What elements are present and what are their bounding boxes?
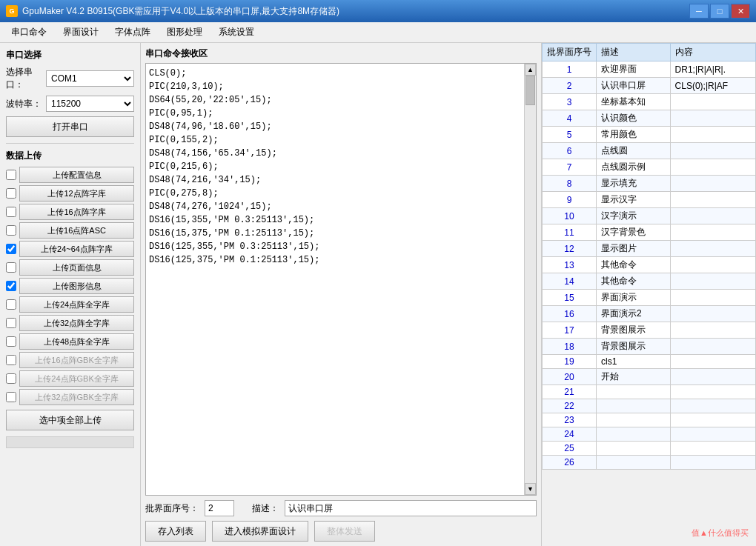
upload-checkbox-7[interactable] <box>6 299 16 310</box>
table-row[interactable]: 18背景图展示 <box>543 339 756 355</box>
table-row[interactable]: 22 <box>543 399 756 413</box>
close-button[interactable]: ✕ <box>731 4 750 19</box>
desc-input[interactable] <box>285 500 537 516</box>
table-row[interactable]: 16界面演示2 <box>543 306 756 322</box>
table-row[interactable]: 21 <box>543 385 756 399</box>
maximize-button[interactable]: □ <box>710 4 729 19</box>
table-row[interactable]: 8显示填充 <box>543 176 756 192</box>
upload-btn-2[interactable]: 上传16点阵字库 <box>19 204 134 220</box>
upload-btn-4[interactable]: 上传24~64点阵字库 <box>19 241 134 257</box>
menu-serial-command[interactable]: 串口命令 <box>3 24 55 41</box>
row-desc: 显示填充 <box>597 176 671 192</box>
table-row[interactable]: 13其他命令 <box>543 257 756 273</box>
port-select[interactable]: COM1 COM2 COM3 <box>46 70 134 87</box>
scrollbar-track <box>525 76 536 483</box>
row-content <box>670 241 755 257</box>
upload-item-7: 上传24点阵全字库 <box>6 296 134 313</box>
command-line-7: DS48(74,156,'65.34',15); <box>149 147 521 160</box>
table-row[interactable]: 12显示图片 <box>543 241 756 257</box>
row-content: DR1;|R|A|R|. <box>670 61 755 78</box>
upload-checkbox-1[interactable] <box>6 188 16 199</box>
upload-checkbox-3[interactable] <box>6 225 16 236</box>
app-icon: G <box>6 5 18 17</box>
table-row[interactable]: 9显示汉字 <box>543 192 756 208</box>
table-row[interactable]: 5常用颜色 <box>543 127 756 143</box>
menu-ui-design[interactable]: 界面设计 <box>55 24 107 41</box>
table-row[interactable]: 26 <box>543 456 756 470</box>
simulate-design-button[interactable]: 进入模拟界面设计 <box>212 521 308 542</box>
upload-checkbox-4[interactable] <box>6 244 16 254</box>
open-port-button[interactable]: 打开串口 <box>6 116 134 137</box>
baud-select[interactable]: 9600 19200 38400 57600 115200 <box>46 96 134 112</box>
center-panel: 串口命令接收区 CLS(0); PIC(210,3,10); DS64(55,2… <box>141 43 541 546</box>
scrollbar-down-button[interactable]: ▼ <box>525 483 536 495</box>
row-num: 23 <box>543 413 597 427</box>
upload-item-6: 上传图形信息 <box>6 278 134 294</box>
row-content <box>670 339 755 355</box>
table-row[interactable]: 1欢迎界面DR1;|R|A|R|. <box>543 61 756 78</box>
title-bar-left: G GpuMaker V4.2 B0915(GBK需应用于V4.0以上版本的串口… <box>6 5 339 18</box>
table-row[interactable]: 15界面演示 <box>543 290 756 306</box>
upload-btn-3[interactable]: 上传16点阵ASC <box>19 222 134 239</box>
table-row[interactable]: 14其他命令 <box>543 273 756 290</box>
table-row[interactable]: 20开始 <box>543 369 756 385</box>
page-num-input[interactable] <box>205 500 234 516</box>
upload-checkbox-8[interactable] <box>6 318 16 328</box>
port-label: 选择串口： <box>6 66 43 91</box>
upload-btn-8[interactable]: 上传32点阵全字库 <box>19 315 134 331</box>
upload-checkbox-6[interactable] <box>6 281 16 291</box>
table-row[interactable]: 11汉字背景色 <box>543 224 756 241</box>
row-num: 12 <box>543 241 597 257</box>
upload-btn-1[interactable]: 上传12点阵字库 <box>19 185 134 202</box>
row-content <box>670 306 755 322</box>
upload-btn-6[interactable]: 上传图形信息 <box>19 278 134 294</box>
minimize-button[interactable]: ─ <box>689 4 709 19</box>
table-row[interactable]: 24 <box>543 427 756 442</box>
title-bar-buttons: ─ □ ✕ <box>689 4 750 19</box>
row-desc: 认识颜色 <box>597 110 671 127</box>
menu-system-settings[interactable]: 系统设置 <box>210 24 262 41</box>
upload-btn-9[interactable]: 上传48点阵全字库 <box>19 333 134 350</box>
row-num: 4 <box>543 110 597 127</box>
upload-btn-5[interactable]: 上传页面信息 <box>19 259 134 276</box>
upload-checkbox-9[interactable] <box>6 336 16 347</box>
scrollbar-thumb[interactable] <box>525 76 535 105</box>
save-to-list-button[interactable]: 存入列表 <box>145 521 206 542</box>
row-num: 15 <box>543 290 597 306</box>
upload-btn-10: 上传16点阵GBK全字库 <box>19 352 134 368</box>
command-line-13: DS16(15,375,'PM 0.1:25113',15); <box>149 227 521 240</box>
bottom-actions: 存入列表 进入模拟界面设计 整体发送 <box>145 521 537 542</box>
table-row[interactable]: 6点线圆 <box>543 143 756 159</box>
table-row[interactable]: 25 <box>543 442 756 456</box>
upload-item-12: 上传32点阵GBK全字库 <box>6 389 134 405</box>
command-line-9: DS48(74,216,'34',15); <box>149 173 521 187</box>
upload-item-5: 上传页面信息 <box>6 259 134 276</box>
upload-item-4: 上传24~64点阵字库 <box>6 241 134 257</box>
main-layout: 串口选择 选择串口： COM1 COM2 COM3 波特率： 9600 1920… <box>0 43 756 546</box>
table-row[interactable]: 10汉字演示 <box>543 208 756 224</box>
right-scroll-container[interactable]: 批界面序号 描述 内容 1欢迎界面DR1;|R|A|R|.2认识串口屏CLS(0… <box>542 43 756 546</box>
upload-btn-0[interactable]: 上传配置信息 <box>19 167 134 183</box>
menu-font-matrix[interactable]: 字体点阵 <box>107 24 159 41</box>
row-desc: 坐标基本知 <box>597 94 671 110</box>
table-row[interactable]: 23 <box>543 413 756 427</box>
upload-checkbox-11[interactable] <box>6 373 16 384</box>
menu-graphic[interactable]: 图形处理 <box>159 24 210 41</box>
upload-checkbox-12[interactable] <box>6 392 16 402</box>
upload-checkbox-10[interactable] <box>6 355 16 365</box>
table-row[interactable]: 17背景图展示 <box>543 322 756 339</box>
upload-btn-7[interactable]: 上传24点阵全字库 <box>19 296 134 313</box>
left-scrollbar[interactable] <box>6 436 134 448</box>
table-row[interactable]: 4认识颜色 <box>543 110 756 127</box>
table-row[interactable]: 2认识串口屏CLS(0);|R|AF <box>543 78 756 94</box>
table-row[interactable]: 19cls1 <box>543 355 756 369</box>
command-line-15: DS16(125,375,'PM 0.1:25113',15); <box>149 253 521 267</box>
select-all-upload-button[interactable]: 选中项全部上传 <box>6 410 134 430</box>
scrollbar-up-button[interactable]: ▲ <box>525 64 536 76</box>
table-row[interactable]: 3坐标基本知 <box>543 94 756 110</box>
upload-checkbox-2[interactable] <box>6 207 16 217</box>
upload-checkbox-0[interactable] <box>6 170 16 180</box>
row-content <box>670 110 755 127</box>
table-row[interactable]: 7点线圆示例 <box>543 159 756 176</box>
upload-checkbox-5[interactable] <box>6 262 16 273</box>
